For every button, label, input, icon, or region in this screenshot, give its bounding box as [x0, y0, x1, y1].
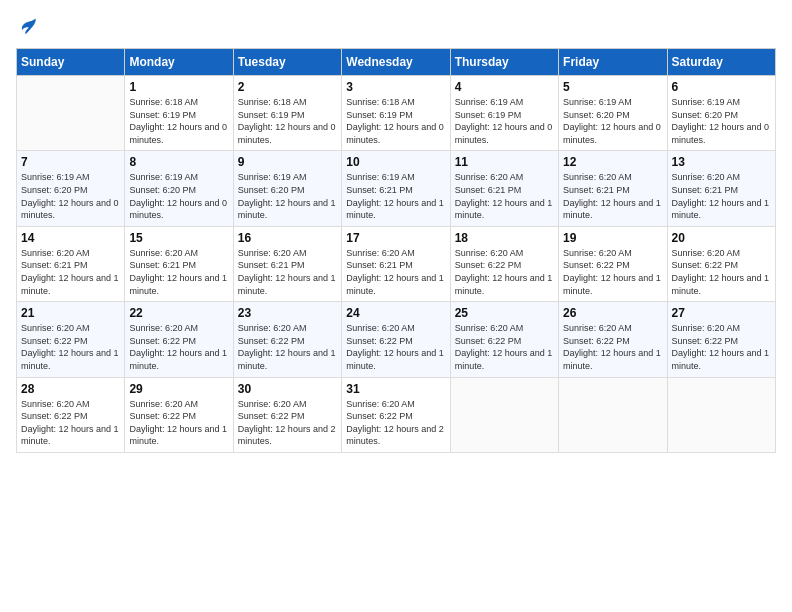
day-info: Sunrise: 6:20 AM Sunset: 6:21 PM Dayligh… — [455, 171, 554, 221]
day-number: 5 — [563, 80, 662, 94]
calendar-day-cell: 8Sunrise: 6:19 AM Sunset: 6:20 PM Daylig… — [125, 151, 233, 226]
day-number: 30 — [238, 382, 337, 396]
day-info: Sunrise: 6:20 AM Sunset: 6:21 PM Dayligh… — [129, 247, 228, 297]
day-of-week-header: Wednesday — [342, 49, 450, 76]
day-of-week-header: Tuesday — [233, 49, 341, 76]
day-info: Sunrise: 6:19 AM Sunset: 6:20 PM Dayligh… — [672, 96, 771, 146]
day-info: Sunrise: 6:20 AM Sunset: 6:21 PM Dayligh… — [346, 247, 445, 297]
calendar-day-cell — [17, 76, 125, 151]
day-number: 8 — [129, 155, 228, 169]
day-number: 23 — [238, 306, 337, 320]
logo-bird-icon — [18, 16, 38, 36]
calendar-day-cell: 5Sunrise: 6:19 AM Sunset: 6:20 PM Daylig… — [559, 76, 667, 151]
calendar-day-cell: 13Sunrise: 6:20 AM Sunset: 6:21 PM Dayli… — [667, 151, 775, 226]
calendar-day-cell: 29Sunrise: 6:20 AM Sunset: 6:22 PM Dayli… — [125, 377, 233, 452]
day-number: 25 — [455, 306, 554, 320]
day-info: Sunrise: 6:20 AM Sunset: 6:21 PM Dayligh… — [672, 171, 771, 221]
day-number: 20 — [672, 231, 771, 245]
day-of-week-header: Sunday — [17, 49, 125, 76]
calendar-week-row: 14Sunrise: 6:20 AM Sunset: 6:21 PM Dayli… — [17, 226, 776, 301]
day-info: Sunrise: 6:18 AM Sunset: 6:19 PM Dayligh… — [129, 96, 228, 146]
day-number: 15 — [129, 231, 228, 245]
day-info: Sunrise: 6:20 AM Sunset: 6:22 PM Dayligh… — [563, 247, 662, 297]
calendar-day-cell: 6Sunrise: 6:19 AM Sunset: 6:20 PM Daylig… — [667, 76, 775, 151]
day-number: 7 — [21, 155, 120, 169]
calendar-week-row: 21Sunrise: 6:20 AM Sunset: 6:22 PM Dayli… — [17, 302, 776, 377]
calendar-day-cell — [667, 377, 775, 452]
day-number: 3 — [346, 80, 445, 94]
calendar-day-cell: 7Sunrise: 6:19 AM Sunset: 6:20 PM Daylig… — [17, 151, 125, 226]
calendar-day-cell: 25Sunrise: 6:20 AM Sunset: 6:22 PM Dayli… — [450, 302, 558, 377]
day-number: 28 — [21, 382, 120, 396]
day-number: 26 — [563, 306, 662, 320]
day-number: 12 — [563, 155, 662, 169]
day-info: Sunrise: 6:20 AM Sunset: 6:22 PM Dayligh… — [346, 398, 445, 448]
calendar-day-cell — [559, 377, 667, 452]
calendar-week-row: 28Sunrise: 6:20 AM Sunset: 6:22 PM Dayli… — [17, 377, 776, 452]
day-number: 9 — [238, 155, 337, 169]
day-info: Sunrise: 6:20 AM Sunset: 6:22 PM Dayligh… — [672, 322, 771, 372]
day-number: 1 — [129, 80, 228, 94]
day-info: Sunrise: 6:20 AM Sunset: 6:22 PM Dayligh… — [563, 322, 662, 372]
page-header — [16, 16, 776, 36]
day-number: 6 — [672, 80, 771, 94]
calendar-week-row: 1Sunrise: 6:18 AM Sunset: 6:19 PM Daylig… — [17, 76, 776, 151]
day-info: Sunrise: 6:20 AM Sunset: 6:22 PM Dayligh… — [21, 398, 120, 448]
calendar-day-cell: 20Sunrise: 6:20 AM Sunset: 6:22 PM Dayli… — [667, 226, 775, 301]
calendar-day-cell: 28Sunrise: 6:20 AM Sunset: 6:22 PM Dayli… — [17, 377, 125, 452]
day-info: Sunrise: 6:20 AM Sunset: 6:22 PM Dayligh… — [129, 322, 228, 372]
calendar-day-cell: 16Sunrise: 6:20 AM Sunset: 6:21 PM Dayli… — [233, 226, 341, 301]
calendar-day-cell: 26Sunrise: 6:20 AM Sunset: 6:22 PM Dayli… — [559, 302, 667, 377]
day-number: 31 — [346, 382, 445, 396]
day-info: Sunrise: 6:18 AM Sunset: 6:19 PM Dayligh… — [346, 96, 445, 146]
day-of-week-header: Friday — [559, 49, 667, 76]
day-number: 18 — [455, 231, 554, 245]
day-number: 21 — [21, 306, 120, 320]
calendar-day-cell: 10Sunrise: 6:19 AM Sunset: 6:21 PM Dayli… — [342, 151, 450, 226]
day-info: Sunrise: 6:19 AM Sunset: 6:21 PM Dayligh… — [346, 171, 445, 221]
day-number: 2 — [238, 80, 337, 94]
day-info: Sunrise: 6:20 AM Sunset: 6:21 PM Dayligh… — [238, 247, 337, 297]
calendar-day-cell: 3Sunrise: 6:18 AM Sunset: 6:19 PM Daylig… — [342, 76, 450, 151]
calendar-day-cell: 9Sunrise: 6:19 AM Sunset: 6:20 PM Daylig… — [233, 151, 341, 226]
day-number: 4 — [455, 80, 554, 94]
day-info: Sunrise: 6:18 AM Sunset: 6:19 PM Dayligh… — [238, 96, 337, 146]
calendar-day-cell: 14Sunrise: 6:20 AM Sunset: 6:21 PM Dayli… — [17, 226, 125, 301]
day-info: Sunrise: 6:19 AM Sunset: 6:20 PM Dayligh… — [129, 171, 228, 221]
day-number: 14 — [21, 231, 120, 245]
calendar-table: SundayMondayTuesdayWednesdayThursdayFrid… — [16, 48, 776, 453]
day-of-week-header: Monday — [125, 49, 233, 76]
calendar-day-cell: 19Sunrise: 6:20 AM Sunset: 6:22 PM Dayli… — [559, 226, 667, 301]
day-info: Sunrise: 6:20 AM Sunset: 6:21 PM Dayligh… — [21, 247, 120, 297]
day-info: Sunrise: 6:20 AM Sunset: 6:21 PM Dayligh… — [563, 171, 662, 221]
day-number: 17 — [346, 231, 445, 245]
day-number: 11 — [455, 155, 554, 169]
calendar-day-cell: 24Sunrise: 6:20 AM Sunset: 6:22 PM Dayli… — [342, 302, 450, 377]
calendar-day-cell: 15Sunrise: 6:20 AM Sunset: 6:21 PM Dayli… — [125, 226, 233, 301]
day-number: 10 — [346, 155, 445, 169]
calendar-day-cell: 1Sunrise: 6:18 AM Sunset: 6:19 PM Daylig… — [125, 76, 233, 151]
day-of-week-header: Thursday — [450, 49, 558, 76]
day-info: Sunrise: 6:20 AM Sunset: 6:22 PM Dayligh… — [129, 398, 228, 448]
day-of-week-header: Saturday — [667, 49, 775, 76]
day-info: Sunrise: 6:19 AM Sunset: 6:20 PM Dayligh… — [563, 96, 662, 146]
day-info: Sunrise: 6:19 AM Sunset: 6:20 PM Dayligh… — [21, 171, 120, 221]
day-info: Sunrise: 6:19 AM Sunset: 6:20 PM Dayligh… — [238, 171, 337, 221]
calendar-day-cell: 31Sunrise: 6:20 AM Sunset: 6:22 PM Dayli… — [342, 377, 450, 452]
calendar-day-cell: 18Sunrise: 6:20 AM Sunset: 6:22 PM Dayli… — [450, 226, 558, 301]
day-number: 22 — [129, 306, 228, 320]
day-number: 16 — [238, 231, 337, 245]
day-number: 27 — [672, 306, 771, 320]
calendar-day-cell: 12Sunrise: 6:20 AM Sunset: 6:21 PM Dayli… — [559, 151, 667, 226]
logo — [16, 16, 38, 36]
calendar-day-cell: 21Sunrise: 6:20 AM Sunset: 6:22 PM Dayli… — [17, 302, 125, 377]
calendar-day-cell: 2Sunrise: 6:18 AM Sunset: 6:19 PM Daylig… — [233, 76, 341, 151]
day-info: Sunrise: 6:19 AM Sunset: 6:19 PM Dayligh… — [455, 96, 554, 146]
day-number: 29 — [129, 382, 228, 396]
calendar-day-cell: 11Sunrise: 6:20 AM Sunset: 6:21 PM Dayli… — [450, 151, 558, 226]
day-info: Sunrise: 6:20 AM Sunset: 6:22 PM Dayligh… — [238, 322, 337, 372]
day-info: Sunrise: 6:20 AM Sunset: 6:22 PM Dayligh… — [672, 247, 771, 297]
day-info: Sunrise: 6:20 AM Sunset: 6:22 PM Dayligh… — [455, 247, 554, 297]
day-number: 13 — [672, 155, 771, 169]
day-info: Sunrise: 6:20 AM Sunset: 6:22 PM Dayligh… — [455, 322, 554, 372]
